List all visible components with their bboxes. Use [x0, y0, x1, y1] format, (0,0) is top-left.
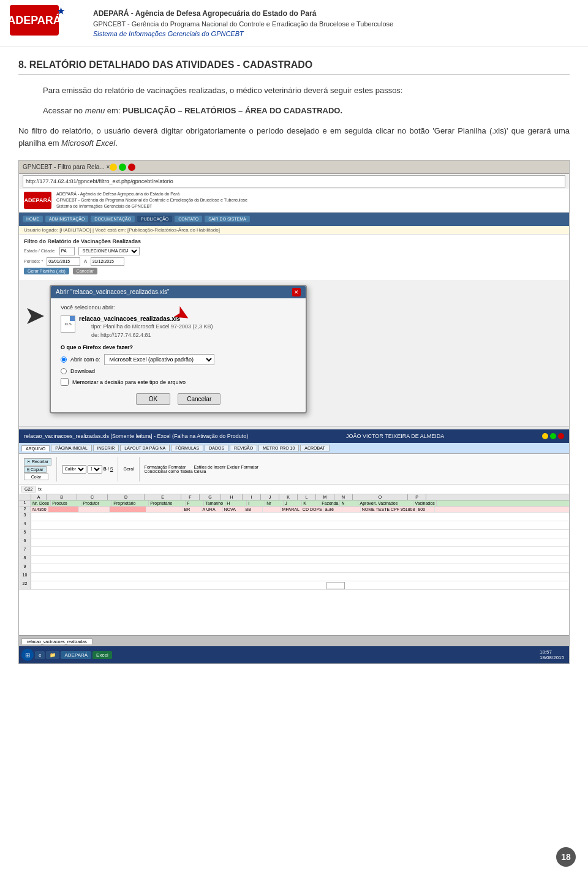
- ribbon-divider-3: [139, 457, 140, 481]
- colar-button[interactable]: Colar: [24, 473, 48, 480]
- date-display: 18/08/2015: [540, 655, 564, 660]
- nav-contato[interactable]: CONTATO: [175, 216, 202, 222]
- col-header-D: D: [108, 494, 145, 500]
- p1-text: Para emissão do relatório de vacinações …: [43, 86, 402, 95]
- header-cell-F1: F: [186, 500, 204, 506]
- start-button[interactable]: ⊞: [21, 649, 34, 661]
- close-button[interactable]: [558, 433, 564, 439]
- tab-inserir[interactable]: INSERIR: [93, 445, 119, 451]
- inner-form: Filtro do Relatório de Vacinações Realiz…: [19, 235, 569, 280]
- col-header-K: K: [279, 494, 298, 500]
- number-format-label: Geral: [123, 467, 134, 471]
- copiar-button[interactable]: ⎘ Copiar: [24, 466, 47, 473]
- formatar-button[interactable]: Formatarcomo Tabela: [168, 465, 193, 473]
- tab-formulas[interactable]: FÓRMULAS: [171, 445, 203, 451]
- col-header-M: M: [316, 494, 334, 500]
- section-heading: RELATÓRIO DETALHADO DAS ATIVIDADES - CAD…: [29, 59, 313, 70]
- dialog-close-button[interactable]: ✕: [292, 288, 301, 296]
- estado-input[interactable]: [59, 247, 75, 255]
- recortar-button[interactable]: ✂ Recortar: [24, 458, 51, 466]
- col-header-F: F: [181, 494, 200, 500]
- bold-button[interactable]: B: [104, 467, 107, 471]
- excel-titlebar: relacao_vacinacoes_realizadas.xls [Somen…: [19, 429, 569, 443]
- underline-button[interactable]: S: [110, 467, 113, 471]
- formatacao-button[interactable]: FormataçãoCondicional: [145, 465, 167, 473]
- browser-addressbar: http://177.74.62.4:81/gpncebt/filtro_ext…: [23, 175, 565, 187]
- form-row-estado: Estado / Cidade: SELECIONE UMA CIDADE: [24, 247, 564, 255]
- taskbar-adepara[interactable]: ADEPARÁ: [61, 651, 91, 659]
- taskbar-ie[interactable]: e: [35, 651, 45, 659]
- radio-download[interactable]: [61, 368, 67, 374]
- empty-row-9: 9: [19, 564, 569, 573]
- excel-ribbon: ARQUIVO PÁGINA INICIAL INSERIR LAYOUT DA…: [19, 443, 569, 454]
- tab-arquivo[interactable]: ARQUIVO: [21, 445, 50, 451]
- header-cell-A1: Nr. Dose: [31, 500, 51, 506]
- cancelar-button[interactable]: Cancelar: [73, 268, 97, 274]
- arrow2-area: ➤: [148, 406, 569, 426]
- inner-nav: HOME ADMINISTRAÇÃO DOCUMENTAÇÃO PUBLICAÇ…: [19, 213, 569, 226]
- excel-title-text: relacao_vacinacoes_realizadas.xls [Somen…: [24, 433, 248, 439]
- nav-documentacao[interactable]: DOCUMENTAÇÃO: [91, 216, 135, 222]
- fontsize-select[interactable]: 11: [88, 465, 102, 473]
- col-header-I: I: [243, 494, 261, 500]
- nav-sair[interactable]: SAIR DO SISTEMA: [205, 216, 249, 222]
- cell-L2: CD DOPS: [301, 507, 324, 512]
- periodo-ate-input[interactable]: [91, 257, 124, 266]
- browser-titlebar: GPNCEBT - Filtro para Rela... ×: [19, 160, 569, 174]
- tab-revisao[interactable]: REVISÃO: [230, 445, 257, 451]
- font-select[interactable]: Calibri: [62, 465, 86, 473]
- taskbar-excel[interactable]: Excel: [92, 651, 112, 659]
- tab-acrobat[interactable]: ACROBAT: [300, 445, 329, 451]
- inner-logo: ADEPARÁ: [24, 192, 51, 209]
- tab-pagina-inicial[interactable]: PÁGINA INICIAL: [51, 445, 92, 451]
- empty-row-7: 7: [19, 547, 569, 556]
- empty-row-10: 10: [19, 573, 569, 581]
- empty-row-6: 6: [19, 538, 569, 547]
- dialog-ok-button[interactable]: OK: [136, 393, 170, 405]
- excluir-button[interactable]: Excluir: [227, 465, 239, 473]
- dialog-cancel-button[interactable]: Cancelar: [178, 393, 221, 405]
- periodo-de-input[interactable]: [47, 257, 80, 266]
- memorize-checkbox[interactable]: [61, 378, 69, 386]
- cell-g22-box: [326, 582, 345, 589]
- header-cell-O1: Aproveit. Vacinados: [358, 500, 413, 506]
- formatar-button2[interactable]: Formatar: [241, 465, 258, 473]
- empty-row-5: 5: [19, 530, 569, 538]
- radio-open-label: Abrir com o:: [70, 357, 100, 363]
- estilos-button[interactable]: Estilos deCélula: [194, 465, 213, 473]
- cell-D2: [110, 507, 146, 512]
- tab-layout[interactable]: LAYOUT DA PÁGINA: [120, 445, 170, 451]
- sheet-tab-1[interactable]: relacao_vacinacoes_realizadas: [21, 638, 92, 644]
- empty-row-4: 4: [19, 521, 569, 530]
- italic-button[interactable]: I: [108, 467, 109, 471]
- radio-open[interactable]: [61, 357, 67, 363]
- ribbon-divider-2: [118, 457, 118, 481]
- dialog-titlebar: Abrir "relacao_vacinacoes_realizadas.xls…: [51, 286, 306, 298]
- open-file-dialog: Abrir "relacao_vacinacoes_realizadas.xls…: [50, 285, 307, 414]
- excel-data-row-2: 2 N.4360 BR A URA NOVA BB MPARAL CD DOPS…: [19, 507, 569, 513]
- taskbar-folder[interactable]: 📁: [46, 651, 59, 659]
- excel-controls: [542, 433, 564, 439]
- maximize-button[interactable]: [550, 433, 556, 439]
- header-cell-M1: Fazenda: [320, 500, 340, 506]
- col-header-J: J: [261, 494, 279, 500]
- cell-C2: [79, 507, 110, 512]
- cell-ref-box[interactable]: G22: [21, 486, 36, 492]
- header-text: ADEPARÁ - Agência de Defesa Agropecuária…: [93, 8, 393, 39]
- radio-download-label: Download: [70, 368, 95, 374]
- font-group: Calibri 11 B I S: [62, 465, 113, 473]
- nav-publicacao[interactable]: PUBLICAÇÃO: [137, 216, 172, 222]
- nav-administracao[interactable]: ADMINISTRAÇÃO: [45, 216, 88, 222]
- taskbar-clock: 18:57 18/08/2015: [540, 649, 564, 660]
- open-with-select[interactable]: Microsoft Excel (aplicativo padrão): [104, 354, 214, 365]
- tab-metro[interactable]: METRO PRO 10: [258, 445, 299, 451]
- cidade-select[interactable]: SELECIONE UMA CIDADE: [78, 247, 140, 255]
- gerar-planilha-button[interactable]: Gerar Planilha (.xls): [24, 268, 69, 274]
- cell-G2: A URA: [202, 507, 223, 512]
- minimize-button[interactable]: [542, 433, 548, 439]
- p2-italic: Microsoft Excel: [61, 138, 115, 148]
- tab-dados[interactable]: DADOS: [205, 445, 228, 451]
- inserir-celula-button[interactable]: Inserir: [214, 465, 225, 473]
- estado-label: Estado / Cidade:: [24, 249, 56, 253]
- nav-home[interactable]: HOME: [23, 216, 43, 222]
